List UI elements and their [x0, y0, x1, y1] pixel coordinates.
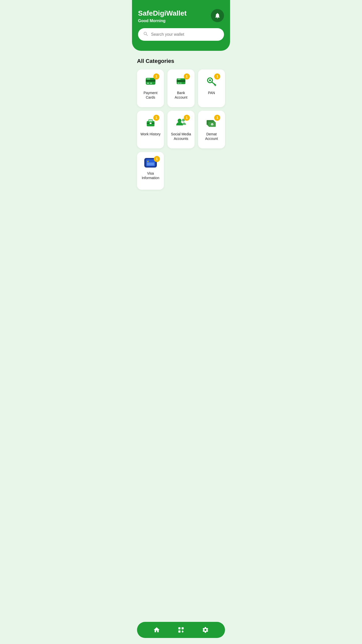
main-content: All Categories 1 Payment Cards — [132, 51, 230, 220]
svg-rect-7 — [178, 83, 180, 83]
category-card-social-media[interactable]: 1 Social Media Accounts — [167, 111, 194, 148]
social-media-label: Social Media Accounts — [170, 132, 191, 141]
category-card-pan[interactable]: 1 PAN — [198, 69, 225, 107]
svg-rect-6 — [177, 80, 186, 82]
notification-button[interactable] — [211, 9, 224, 22]
phone-container: SafeDigiWallet Good Morning All Categori… — [132, 0, 230, 220]
category-card-demat-account[interactable]: $ 1 Demat Account — [198, 111, 225, 148]
visa-info-badge: 1 — [154, 156, 160, 162]
search-input[interactable] — [151, 32, 219, 37]
svg-rect-19 — [150, 123, 152, 124]
bank-account-badge: 1 — [184, 73, 190, 79]
payment-cards-label: Payment Cards — [140, 91, 161, 100]
pan-icon-wrap: 1 — [206, 75, 217, 87]
svg-rect-3 — [150, 83, 152, 84]
social-media-badge: 1 — [184, 115, 190, 121]
payment-cards-badge: 1 — [153, 73, 159, 79]
svg-rect-8 — [180, 83, 182, 83]
header: SafeDigiWallet Good Morning — [132, 0, 230, 51]
work-history-icon-wrap: 1 — [145, 117, 156, 128]
demat-account-badge: 1 — [214, 115, 220, 121]
category-card-work-history[interactable]: 1 Work History — [137, 111, 164, 148]
header-top: SafeDigiWallet Good Morning — [138, 9, 224, 23]
category-card-payment-cards[interactable]: 1 Payment Cards — [137, 69, 164, 107]
search-icon — [143, 31, 149, 38]
categories-grid: 1 Payment Cards 1 Bank Account — [137, 69, 225, 190]
greeting-text: Good Morning — [138, 19, 187, 23]
pan-badge: 1 — [214, 73, 220, 79]
svg-point-20 — [178, 118, 182, 122]
svg-text:$: $ — [212, 124, 213, 126]
svg-point-14 — [209, 79, 211, 81]
category-card-visa-info[interactable]: ★ 1 Visa Information — [137, 152, 164, 190]
demat-account-icon-wrap: $ 1 — [206, 117, 217, 128]
pan-label: PAN — [208, 91, 215, 95]
app-title: SafeDigiWallet — [138, 9, 187, 18]
svg-rect-9 — [178, 79, 181, 79]
social-media-icon-wrap: 1 — [175, 117, 187, 128]
bank-account-icon-wrap: 1 — [175, 75, 187, 87]
visa-info-icon-wrap: ★ 1 — [144, 158, 157, 168]
payment-cards-icon-wrap: 1 — [145, 75, 156, 87]
svg-rect-2 — [147, 83, 149, 84]
header-text: SafeDigiWallet Good Morning — [138, 9, 187, 23]
bell-icon — [214, 12, 221, 19]
demat-account-label: Demat Account — [201, 132, 222, 141]
svg-rect-1 — [146, 80, 155, 82]
bank-account-label: Bank Account — [170, 91, 191, 100]
category-card-bank-account[interactable]: 1 Bank Account — [167, 69, 194, 107]
svg-rect-4 — [147, 78, 150, 79]
work-history-badge: 1 — [153, 115, 159, 121]
work-history-label: Work History — [141, 132, 161, 136]
section-title: All Categories — [137, 58, 225, 64]
svg-rect-17 — [149, 119, 152, 122]
search-bar[interactable] — [138, 28, 224, 41]
visa-info-label: Visa Information — [140, 171, 161, 180]
